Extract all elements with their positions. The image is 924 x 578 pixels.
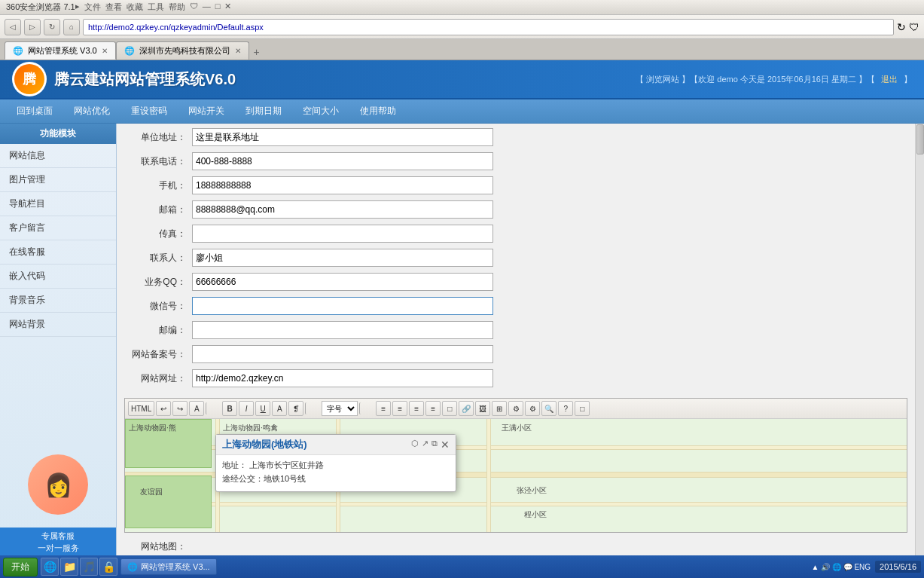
map-popup-share-icon[interactable]: ⬡ (411, 439, 419, 451)
view-menu[interactable]: 查看 (105, 2, 122, 13)
content-scrollbar[interactable] (915, 124, 924, 560)
editor-btn-settings1[interactable]: ⚙ (508, 401, 523, 416)
input-contact[interactable] (192, 249, 493, 267)
editor-btn-align-right[interactable]: ≡ (409, 401, 424, 416)
editor-btn-table[interactable]: ⊞ (492, 401, 507, 416)
tools-menu[interactable]: 工具 (148, 2, 164, 13)
start-button[interactable]: 开始 (3, 558, 38, 576)
input-zipcode[interactable] (192, 321, 493, 339)
tab-close-1[interactable]: ✕ (235, 47, 241, 55)
editor-btn-font-color[interactable]: A (272, 401, 287, 416)
sidebar-item-image-mgmt[interactable]: 图片管理 (0, 168, 116, 192)
sidebar-item-bg-image[interactable]: 网站背景 (0, 313, 116, 337)
refresh-button[interactable]: ↻ (44, 19, 60, 35)
input-email[interactable] (192, 200, 493, 219)
input-icp[interactable] (192, 345, 493, 363)
file-menu[interactable]: 文件 (84, 2, 101, 13)
input-url[interactable] (192, 369, 493, 387)
header-info: 【 浏览网站 】【欢迎 demo 今天是 2015年06月16日 星期二 】【 (636, 74, 875, 85)
logout-link[interactable]: 退出 (881, 74, 898, 85)
editor-btn-italic[interactable]: I (239, 401, 254, 416)
window-controls: ▸ 文件 查看 收藏 工具 帮助 🛡 — □ ✕ (75, 2, 232, 13)
editor-btn-source[interactable]: A (189, 401, 204, 416)
editor-btn-box[interactable]: □ (442, 401, 457, 416)
home-button[interactable]: ⌂ (63, 19, 80, 35)
input-fax[interactable] (192, 225, 493, 243)
editor-btn-bold[interactable]: B (222, 401, 237, 416)
input-qq[interactable] (192, 273, 493, 291)
field-fax: 传真： (124, 223, 907, 244)
nav-item-6[interactable]: 使用帮助 (349, 102, 407, 121)
scroll-thumb[interactable] (916, 124, 924, 154)
editor-btn-image[interactable]: 🖼 (475, 401, 490, 416)
nav-item-0[interactable]: 回到桌面 (6, 102, 63, 121)
input-mobile[interactable] (192, 176, 493, 194)
taskbar-tray-icons: ▲ 🔊 🌐 💬 ENG (811, 563, 871, 571)
editor-content[interactable]: 上海动物园·熊 上海动物园·鸣禽 王满小区 友谊园 张泾小区 程小区 上海动物园… (125, 419, 907, 532)
nav-item-5[interactable]: 空间大小 (292, 102, 349, 121)
editor-btn-html[interactable]: HTML (128, 401, 154, 416)
editor-btn-align-justify[interactable]: ≡ (425, 401, 441, 416)
back-button[interactable]: ◁ (5, 19, 21, 35)
editor-btn-undo[interactable]: ↩ (156, 401, 171, 416)
favorites-menu[interactable]: 收藏 (127, 2, 143, 13)
nav-item-1[interactable]: 网站优化 (63, 102, 120, 121)
map-popup-nav-icon[interactable]: ↗ (422, 439, 428, 451)
editor-btn-redo[interactable]: ↪ (172, 401, 188, 416)
editor-btn-align-left[interactable]: ≡ (376, 401, 391, 416)
map-label-zoo-bird: 上海动物园·鸣禽 (223, 423, 278, 433)
editor-btn-help[interactable]: ? (558, 401, 573, 416)
window-close[interactable]: ✕ (224, 2, 231, 13)
sidebar-avatar-area: 👩 (0, 454, 116, 515)
taskbar-window-0[interactable]: 🌐 网站管理系统 V3... (120, 558, 217, 575)
editor-btn-link[interactable]: 🔗 (459, 401, 474, 416)
nav-item-3[interactable]: 网站开关 (178, 102, 235, 121)
map-popup-close-button[interactable]: ✕ (441, 439, 450, 451)
editor-btn-fullscreen[interactable]: □ (575, 401, 590, 416)
taskbar-right: ▲ 🔊 🌐 💬 ENG 2015/6/16 (811, 561, 921, 573)
help-menu[interactable]: 帮助 (169, 2, 185, 13)
input-phone[interactable] (192, 152, 493, 170)
shield-icon: 🛡 (190, 2, 198, 13)
taskbar-icon-2[interactable]: 🎵 (80, 558, 98, 576)
editor-btn-settings2[interactable]: ⚙ (525, 401, 540, 416)
input-wechat[interactable] (192, 297, 493, 315)
main-layout: 功能模块 网站信息 图片管理 导航栏目 客户留言 在线客服 嵌入代码 背景音乐 … (0, 124, 924, 560)
sidebar-item-bg-music[interactable]: 背景音乐 (0, 289, 116, 313)
window-min[interactable]: — (203, 2, 211, 13)
refresh-icon[interactable]: ↻ (897, 21, 906, 33)
map-popup-more-icon[interactable]: ⧉ (432, 439, 438, 451)
browser-toolbar: ◁ ▷ ↻ ⌂ ↻ 🛡 (0, 15, 924, 39)
sidebar-item-live-service[interactable]: 在线客服 (0, 240, 116, 265)
sidebar-item-embed-code[interactable]: 嵌入代码 (0, 265, 116, 289)
tab-1[interactable]: 🌐 深圳市先鸣科技有限公司 ✕ (116, 41, 249, 60)
new-tab-button[interactable]: + (249, 44, 264, 60)
taskbar-icon-1[interactable]: 📁 (60, 558, 78, 576)
taskbar-window-label: 网站管理系统 V3... (141, 561, 210, 573)
toolbar-icons: ↻ 🛡 (897, 21, 919, 33)
label-url: 网站网址： (124, 372, 192, 385)
tab-close-0[interactable]: ✕ (102, 47, 108, 55)
editor-btn-align-center[interactable]: ≡ (392, 401, 407, 416)
taskbar-icon-0[interactable]: 🌐 (41, 558, 59, 576)
editor-btn-para[interactable]: ❡ (288, 401, 303, 416)
editor-btn-underline[interactable]: U (255, 401, 270, 416)
taskbar-window-icon: 🌐 (127, 562, 138, 572)
input-address[interactable] (192, 128, 493, 146)
tab-0[interactable]: 🌐 网站管理系统 V3.0 ✕ (5, 41, 116, 60)
window-max[interactable]: □ (215, 2, 221, 13)
minimize-icon[interactable]: ▸ (75, 2, 80, 13)
sidebar-item-nav[interactable]: 导航栏目 (0, 192, 116, 216)
nav-item-2[interactable]: 重设密码 (120, 102, 178, 121)
map-popup-address-label: 地址： (222, 460, 247, 469)
sidebar-item-website-info[interactable]: 网站信息 (0, 144, 116, 168)
nav-item-4[interactable]: 到期日期 (235, 102, 292, 121)
label-phone: 联系电话： (124, 155, 192, 168)
taskbar-icon-3[interactable]: 🔒 (99, 558, 117, 576)
editor-fontsize-select[interactable]: 字号 12px 14px 16px (322, 401, 358, 416)
editor-btn-zoom[interactable]: 🔍 (541, 401, 557, 416)
address-bar[interactable] (83, 19, 894, 35)
sidebar-item-messages[interactable]: 客户留言 (0, 216, 116, 240)
forward-button[interactable]: ▷ (24, 19, 41, 35)
browser-title: 360安全浏览器 7.1 (6, 2, 75, 13)
